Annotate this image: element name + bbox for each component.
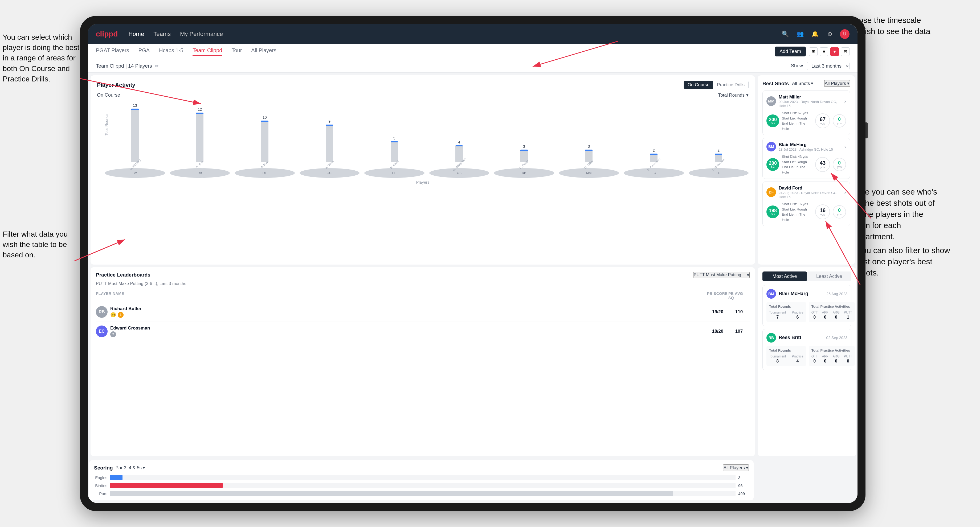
shot-card-1: BM Blair McHarg 23 Jul 2023 · Ashridge G… — [762, 138, 850, 179]
user-avatar[interactable]: U — [840, 29, 850, 39]
tab-tour[interactable]: Tour — [231, 48, 242, 56]
active-player-header-1: RB Rees Britt 02 Sep 2023 — [767, 333, 847, 343]
grid-view-icon[interactable]: ⊞ — [809, 48, 818, 56]
shot-player-row-0: MM Matt Miller 09 Jun 2023 · Royal North… — [767, 94, 846, 108]
chart-filter[interactable]: Total Rounds ▾ — [718, 92, 749, 98]
shot-player-name-1: Blair McHarg — [779, 142, 833, 148]
least-active-tab[interactable]: Least Active — [807, 271, 851, 281]
app-val-1: 0 — [824, 359, 826, 364]
best-shots-panel: Best Shots All Shots ▾ All Players ▾ MM — [757, 75, 855, 265]
practice-row-1: EC Edward Crossman 2 18/20 107 — [96, 322, 749, 341]
scoring-filter-chevron: ▾ — [143, 465, 145, 471]
active-player-header-0: BM Blair McHarg 26 Aug 2023 — [767, 289, 847, 298]
bar-avatar-1: RB — [170, 168, 230, 178]
active-stats-grid-0: Total Rounds Tournament 7 Practice 6 — [767, 302, 847, 322]
scoring-label-pars: Pars — [94, 491, 107, 496]
on-course-label: On Course — [97, 92, 120, 98]
active-activities-section-1: Total Practice Activities GTT 0 APP 0 — [809, 346, 855, 366]
scoring-filter-dropdown[interactable]: Par 3, 4 & 5s ▾ — [116, 465, 145, 471]
practice-dropdown[interactable]: PUTT Must Make Putting ... ▾ — [693, 272, 749, 278]
tab-all-players[interactable]: All Players — [251, 48, 276, 56]
scoring-value-birdies: 96 — [738, 483, 749, 488]
active-rounds-section-1: Total Rounds Tournament 8 Practice 4 — [767, 346, 806, 366]
bar-chart: Total Rounds 13 B. McHarg 12 R. Britt — [97, 101, 749, 166]
practice-avatar-1: EC — [96, 325, 108, 337]
bar-group-5: 4 O. Billingham — [429, 140, 490, 166]
scoring-label-eagles: Eagles — [94, 475, 107, 480]
list-view-icon[interactable]: ≡ — [820, 48, 828, 56]
shot-stats-row-2: 198 SG Shot Dist: 16 ydsStart Lie: Rough… — [767, 202, 846, 222]
plus-circle-icon[interactable]: ⊕ — [825, 29, 835, 39]
col-pb-score: PB SCORE — [707, 291, 728, 300]
tab-actions: Add Team ⊞ ≡ ♥ ⊟ — [775, 46, 850, 56]
active-player-card-0: BM Blair McHarg 26 Aug 2023 Total Rounds… — [762, 285, 851, 326]
nav-link-teams[interactable]: Teams — [153, 30, 171, 38]
bar-avatar-7: MM — [559, 168, 619, 178]
practice-dropdown-label: PUTT Must Make Putting ... — [694, 273, 746, 277]
edit-icon[interactable]: ✏ — [155, 63, 159, 69]
shot-player-row-1: BM Blair McHarg 23 Jul 2023 · Ashridge G… — [767, 142, 846, 151]
shots-filter-dropdown[interactable]: All Shots ▾ — [792, 81, 813, 86]
bar-avatar-9: LR — [689, 168, 749, 178]
shot-dist-num-2: 16 — [820, 208, 826, 213]
tab-pga[interactable]: PGA — [138, 48, 150, 56]
shot-zero-unit-2: yds — [837, 213, 842, 216]
bar-group-8: 2 E. Crossman — [624, 148, 684, 166]
practice-label-1: Practice — [792, 354, 803, 358]
tab-pgat-players[interactable]: PGAT Players — [96, 48, 129, 56]
bar-avatar-6: RB — [494, 168, 554, 178]
add-team-button[interactable]: Add Team — [775, 46, 806, 56]
shot-player-text-1: Blair McHarg 23 Jul 2023 · Ashridge GC, … — [779, 142, 833, 151]
players-dropdown-chevron: ▾ — [847, 81, 850, 86]
col-player-name: PLAYER NAME — [96, 291, 707, 300]
shot-badge-label-0: SG — [771, 122, 775, 125]
tournament-val-1: 8 — [776, 359, 779, 364]
scoring-bar-pars — [110, 491, 673, 496]
bell-icon[interactable]: 🔔 — [810, 29, 820, 39]
search-icon[interactable]: 🔍 — [780, 29, 790, 39]
scoring-header: Scoring Par 3, 4 & 5s ▾ All Players ▾ — [94, 465, 749, 471]
practice-drills-toggle[interactable]: Practice Drills — [713, 81, 748, 89]
scoring-players-dropdown[interactable]: All Players ▾ — [723, 465, 749, 471]
players-dropdown-label: All Players — [825, 81, 846, 86]
scoring-players-label: All Players — [724, 465, 745, 471]
nav-links: Home Teams My Performance — [128, 30, 780, 38]
shot-info-0: Shot Dist: 67 ydsStart Lie: RoughEnd Lie… — [782, 110, 813, 131]
shot-card-0: MM Matt Miller 09 Jun 2023 · Royal North… — [762, 90, 850, 135]
timescale-select[interactable]: Last 3 months Last 6 months Last year — [807, 62, 850, 70]
col-pb-avg: PB AVG SQ — [728, 291, 749, 300]
shots-title: Best Shots — [762, 81, 789, 86]
nav-link-performance[interactable]: My Performance — [180, 30, 223, 38]
bar-value-9: 2 — [718, 148, 719, 152]
bar-avatar-4: EE — [364, 168, 425, 178]
shot-badge-label-1: SG — [771, 165, 775, 168]
active-rounds-title-0: Total Rounds — [769, 305, 803, 308]
putt-val-0: 1 — [847, 315, 849, 320]
sub-header: Team Clippd | 14 Players ✏ Show: Last 3 … — [88, 59, 858, 73]
shot-chevron-0[interactable]: › — [844, 98, 846, 104]
most-active-tab[interactable]: Most Active — [762, 271, 807, 281]
shots-filter-label: All Shots — [792, 81, 810, 86]
tablet-side-button — [865, 122, 868, 138]
view-icons: ⊞ ≡ ♥ ⊟ — [809, 48, 850, 56]
bar-value-3: 9 — [328, 119, 331, 124]
nav-link-home[interactable]: Home — [128, 30, 144, 38]
shot-dist-badge-1: 43 yds — [815, 157, 830, 172]
card-view-icon[interactable]: ♥ — [830, 48, 839, 56]
shot-dist-badge-0: 67 yds — [815, 113, 830, 128]
bar-value-0: 13 — [133, 103, 137, 108]
players-dropdown[interactable]: All Players ▾ — [824, 80, 850, 87]
practice-player-info-1: Edward Crossman 2 — [110, 325, 150, 337]
shot-chevron-2[interactable]: › — [844, 189, 846, 195]
detail-view-icon[interactable]: ⊟ — [841, 48, 850, 56]
gtt-label-0: GTT — [811, 311, 818, 314]
tab-hcaps[interactable]: Hcaps 1-5 — [159, 48, 183, 56]
tab-team-clippd[interactable]: Team Clippd — [192, 48, 222, 56]
shot-chevron-1[interactable]: › — [844, 144, 846, 150]
shot-player-info-0: MM Matt Miller 09 Jun 2023 · Royal North… — [767, 94, 844, 108]
shot-dist-unit-1: yds — [820, 165, 825, 169]
on-course-toggle[interactable]: On Course — [684, 81, 713, 89]
active-activities-row-1: GTT 0 APP 0 ARG 0 — [811, 354, 852, 364]
users-icon[interactable]: 👥 — [795, 29, 805, 39]
shot-player-info-1: BM Blair McHarg 23 Jul 2023 · Ashridge G… — [767, 142, 833, 151]
